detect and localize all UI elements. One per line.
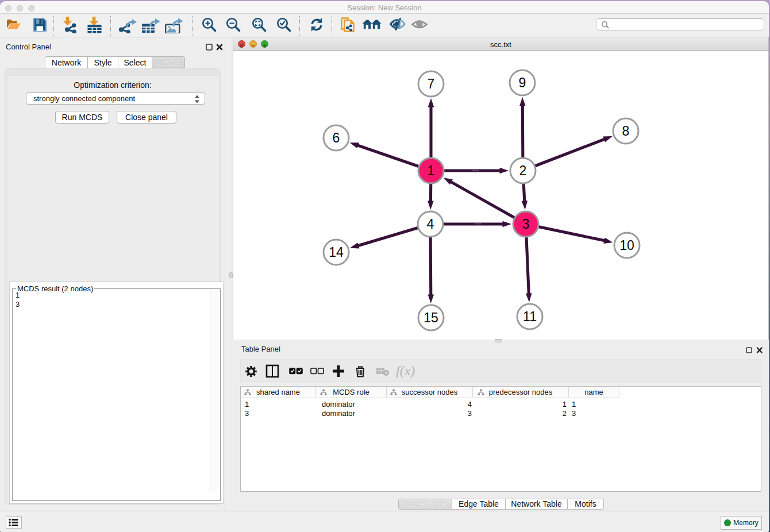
svg-text:9: 9 xyxy=(519,75,526,90)
svg-text:6: 6 xyxy=(333,130,340,145)
svg-text:14: 14 xyxy=(329,245,344,260)
svg-text:4: 4 xyxy=(427,217,434,232)
svg-text:2: 2 xyxy=(519,163,527,178)
svg-text:7: 7 xyxy=(428,76,435,91)
svg-text:10: 10 xyxy=(619,238,634,253)
svg-text:15: 15 xyxy=(424,310,438,325)
svg-text:11: 11 xyxy=(523,309,537,324)
svg-text:8: 8 xyxy=(622,124,630,138)
svg-text:1: 1 xyxy=(428,163,435,178)
svg-text:3: 3 xyxy=(522,217,530,232)
